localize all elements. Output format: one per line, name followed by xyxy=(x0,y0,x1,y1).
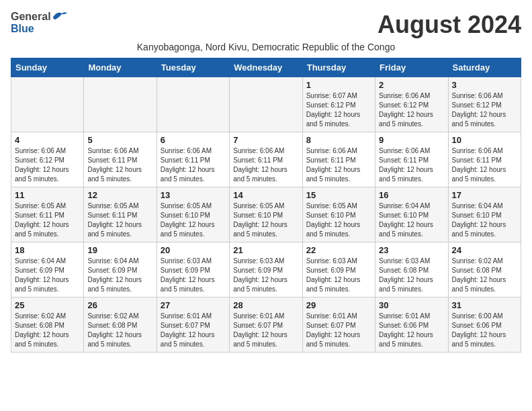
day-number: 9 xyxy=(379,135,444,145)
calendar-day-cell xyxy=(230,77,302,132)
day-info: Sunrise: 6:06 AM Sunset: 6:11 PM Dayligh… xyxy=(87,146,152,184)
calendar-day-cell: 25Sunrise: 6:02 AM Sunset: 6:08 PM Dayli… xyxy=(11,298,84,353)
day-number: 27 xyxy=(161,300,226,310)
day-number: 15 xyxy=(306,190,371,200)
day-number: 31 xyxy=(452,300,517,310)
day-info: Sunrise: 6:03 AM Sunset: 6:08 PM Dayligh… xyxy=(379,257,444,294)
calendar-day-cell: 7Sunrise: 6:06 AM Sunset: 6:11 PM Daylig… xyxy=(230,132,302,187)
day-info: Sunrise: 6:04 AM Sunset: 6:09 PM Dayligh… xyxy=(15,257,80,294)
calendar-day-cell: 15Sunrise: 6:05 AM Sunset: 6:10 PM Dayli… xyxy=(302,187,375,242)
weekday-header-monday: Monday xyxy=(84,58,157,77)
calendar-day-cell: 19Sunrise: 6:04 AM Sunset: 6:09 PM Dayli… xyxy=(84,242,157,298)
calendar-day-cell: 9Sunrise: 6:06 AM Sunset: 6:11 PM Daylig… xyxy=(375,132,448,187)
day-info: Sunrise: 6:06 AM Sunset: 6:11 PM Dayligh… xyxy=(379,146,444,184)
day-number: 19 xyxy=(87,245,152,255)
calendar-day-cell: 24Sunrise: 6:02 AM Sunset: 6:08 PM Dayli… xyxy=(448,242,521,298)
calendar-day-cell: 23Sunrise: 6:03 AM Sunset: 6:08 PM Dayli… xyxy=(375,242,448,298)
day-number: 20 xyxy=(161,245,226,255)
calendar-day-cell: 20Sunrise: 6:03 AM Sunset: 6:09 PM Dayli… xyxy=(157,242,229,298)
month-title: August 2024 xyxy=(378,11,521,39)
day-number: 2 xyxy=(379,80,444,90)
day-info: Sunrise: 6:05 AM Sunset: 6:10 PM Dayligh… xyxy=(161,201,226,239)
weekday-header-saturday: Saturday xyxy=(448,58,521,77)
day-number: 28 xyxy=(233,300,298,310)
day-number: 30 xyxy=(379,300,444,310)
day-number: 25 xyxy=(15,300,80,310)
day-info: Sunrise: 6:06 AM Sunset: 6:12 PM Dayligh… xyxy=(379,91,444,129)
calendar-day-cell: 21Sunrise: 6:03 AM Sunset: 6:09 PM Dayli… xyxy=(230,242,302,298)
day-info: Sunrise: 6:04 AM Sunset: 6:10 PM Dayligh… xyxy=(452,201,517,239)
logo-blue: Blue xyxy=(11,23,34,35)
weekday-header-row: SundayMondayTuesdayWednesdayThursdayFrid… xyxy=(11,58,521,77)
calendar-day-cell: 27Sunrise: 6:01 AM Sunset: 6:07 PM Dayli… xyxy=(157,298,229,353)
day-number: 3 xyxy=(452,80,517,90)
calendar-week-row: 4Sunrise: 6:06 AM Sunset: 6:12 PM Daylig… xyxy=(11,132,521,187)
calendar-day-cell: 28Sunrise: 6:01 AM Sunset: 6:07 PM Dayli… xyxy=(230,298,302,353)
logo-general: General xyxy=(11,11,51,23)
day-info: Sunrise: 6:03 AM Sunset: 6:09 PM Dayligh… xyxy=(306,257,371,294)
day-number: 23 xyxy=(379,245,444,255)
day-info: Sunrise: 6:00 AM Sunset: 6:06 PM Dayligh… xyxy=(452,312,517,349)
day-info: Sunrise: 6:01 AM Sunset: 6:07 PM Dayligh… xyxy=(306,312,371,349)
day-info: Sunrise: 6:06 AM Sunset: 6:11 PM Dayligh… xyxy=(452,146,517,184)
weekday-header-sunday: Sunday xyxy=(11,58,84,77)
calendar-day-cell xyxy=(157,77,229,132)
calendar-day-cell: 29Sunrise: 6:01 AM Sunset: 6:07 PM Dayli… xyxy=(302,298,375,353)
day-info: Sunrise: 6:01 AM Sunset: 6:07 PM Dayligh… xyxy=(161,312,226,349)
day-info: Sunrise: 6:07 AM Sunset: 6:12 PM Dayligh… xyxy=(306,91,371,129)
weekday-header-friday: Friday xyxy=(375,58,448,77)
calendar-table: SundayMondayTuesdayWednesdayThursdayFrid… xyxy=(11,58,521,353)
calendar-week-row: 18Sunrise: 6:04 AM Sunset: 6:09 PM Dayli… xyxy=(11,242,521,298)
day-info: Sunrise: 6:02 AM Sunset: 6:08 PM Dayligh… xyxy=(15,312,80,349)
day-info: Sunrise: 6:05 AM Sunset: 6:10 PM Dayligh… xyxy=(306,201,371,239)
day-number: 7 xyxy=(233,135,298,145)
day-info: Sunrise: 6:06 AM Sunset: 6:12 PM Dayligh… xyxy=(452,91,517,129)
day-info: Sunrise: 6:01 AM Sunset: 6:06 PM Dayligh… xyxy=(379,312,444,349)
day-number: 18 xyxy=(15,245,80,255)
day-number: 10 xyxy=(452,135,517,145)
calendar-day-cell: 6Sunrise: 6:06 AM Sunset: 6:11 PM Daylig… xyxy=(157,132,229,187)
day-number: 26 xyxy=(87,300,152,310)
calendar-day-cell: 4Sunrise: 6:06 AM Sunset: 6:12 PM Daylig… xyxy=(11,132,84,187)
calendar-day-cell: 2Sunrise: 6:06 AM Sunset: 6:12 PM Daylig… xyxy=(375,77,448,132)
calendar-day-cell: 31Sunrise: 6:00 AM Sunset: 6:06 PM Dayli… xyxy=(448,298,521,353)
calendar-week-row: 1Sunrise: 6:07 AM Sunset: 6:12 PM Daylig… xyxy=(11,77,521,132)
day-info: Sunrise: 6:05 AM Sunset: 6:11 PM Dayligh… xyxy=(15,201,80,239)
calendar-day-cell: 8Sunrise: 6:06 AM Sunset: 6:11 PM Daylig… xyxy=(302,132,375,187)
day-number: 1 xyxy=(306,80,371,90)
page-header: General Blue August 2024 xyxy=(11,11,521,39)
day-info: Sunrise: 6:02 AM Sunset: 6:08 PM Dayligh… xyxy=(452,257,517,294)
day-info: Sunrise: 6:06 AM Sunset: 6:11 PM Dayligh… xyxy=(306,146,371,184)
calendar-day-cell: 17Sunrise: 6:04 AM Sunset: 6:10 PM Dayli… xyxy=(448,187,521,242)
day-info: Sunrise: 6:03 AM Sunset: 6:09 PM Dayligh… xyxy=(233,257,298,294)
day-number: 6 xyxy=(161,135,226,145)
day-number: 14 xyxy=(233,190,298,200)
day-number: 21 xyxy=(233,245,298,255)
day-info: Sunrise: 6:03 AM Sunset: 6:09 PM Dayligh… xyxy=(161,257,226,294)
calendar-day-cell xyxy=(84,77,157,132)
calendar-day-cell: 16Sunrise: 6:04 AM Sunset: 6:10 PM Dayli… xyxy=(375,187,448,242)
day-number: 24 xyxy=(452,245,517,255)
day-number: 4 xyxy=(15,135,80,145)
calendar-day-cell: 30Sunrise: 6:01 AM Sunset: 6:06 PM Dayli… xyxy=(375,298,448,353)
logo-bird-icon xyxy=(52,11,67,23)
calendar-week-row: 11Sunrise: 6:05 AM Sunset: 6:11 PM Dayli… xyxy=(11,187,521,242)
weekday-header-thursday: Thursday xyxy=(302,58,375,77)
day-info: Sunrise: 6:06 AM Sunset: 6:11 PM Dayligh… xyxy=(161,146,226,184)
day-number: 5 xyxy=(87,135,152,145)
calendar-body: 1Sunrise: 6:07 AM Sunset: 6:12 PM Daylig… xyxy=(11,77,521,353)
calendar-day-cell: 5Sunrise: 6:06 AM Sunset: 6:11 PM Daylig… xyxy=(84,132,157,187)
day-info: Sunrise: 6:01 AM Sunset: 6:07 PM Dayligh… xyxy=(233,312,298,349)
day-number: 17 xyxy=(452,190,517,200)
calendar-day-cell: 11Sunrise: 6:05 AM Sunset: 6:11 PM Dayli… xyxy=(11,187,84,242)
day-number: 29 xyxy=(306,300,371,310)
day-info: Sunrise: 6:04 AM Sunset: 6:10 PM Dayligh… xyxy=(379,201,444,239)
day-number: 11 xyxy=(15,190,80,200)
day-info: Sunrise: 6:06 AM Sunset: 6:11 PM Dayligh… xyxy=(233,146,298,184)
day-number: 22 xyxy=(306,245,371,255)
calendar-day-cell: 10Sunrise: 6:06 AM Sunset: 6:11 PM Dayli… xyxy=(448,132,521,187)
day-number: 13 xyxy=(161,190,226,200)
day-number: 16 xyxy=(379,190,444,200)
calendar-day-cell: 13Sunrise: 6:05 AM Sunset: 6:10 PM Dayli… xyxy=(157,187,229,242)
calendar-day-cell: 12Sunrise: 6:05 AM Sunset: 6:11 PM Dayli… xyxy=(84,187,157,242)
